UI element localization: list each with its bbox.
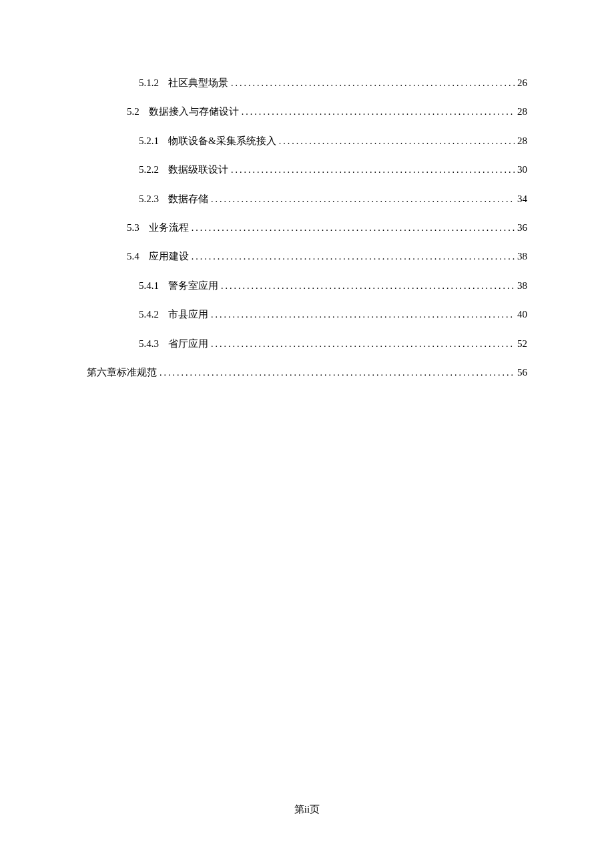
toc-number: 5.2.1	[139, 133, 159, 149]
toc-leader-dots	[231, 76, 515, 91]
toc-number: 5.2.2	[139, 161, 159, 177]
toc-entry: 5.4.2 市县应用 40	[87, 306, 527, 322]
toc-entry: 5.3 业务流程 36	[87, 220, 527, 236]
toc-leader-dots	[211, 192, 515, 207]
toc-page-number: 36	[517, 220, 527, 236]
toc-title: 数据接入与存储设计	[149, 103, 239, 119]
page-number-label: 第ii页	[294, 804, 320, 815]
toc-page-number: 26	[517, 75, 527, 91]
toc-entry: 5.4.3 省厅应用 52	[87, 336, 527, 352]
toc-entry: 5.2.2 数据级联设计 30	[87, 161, 527, 177]
toc-page-number: 40	[517, 306, 527, 322]
toc-number: 5.2.3	[139, 191, 159, 207]
toc-leader-dots	[242, 105, 515, 119]
toc-page-number: 52	[517, 336, 527, 352]
toc-leader-dots	[192, 221, 515, 236]
toc-number: 5.2	[127, 103, 139, 119]
toc-leader-dots	[211, 337, 515, 352]
toc-page-number: 28	[517, 103, 527, 119]
toc-title: 业务流程	[149, 220, 189, 236]
toc-number: 5.3	[127, 220, 139, 236]
page-footer: 第ii页	[0, 803, 614, 816]
toc-page-number: 56	[517, 364, 527, 380]
toc-title: 应用建设	[149, 248, 189, 264]
toc-number: 5.4	[127, 248, 139, 264]
toc-leader-dots	[231, 163, 515, 177]
toc-title: 市县应用	[168, 306, 208, 322]
toc-leader-dots	[160, 366, 515, 380]
toc-page-number: 38	[517, 278, 527, 294]
toc-title: 社区典型场景	[168, 75, 228, 91]
toc-page-number: 34	[517, 191, 527, 207]
toc-leader-dots	[279, 134, 515, 149]
toc-number: 5.1.2	[139, 75, 159, 91]
toc-title: 物联设备&采集系统接入	[168, 133, 276, 149]
toc-title: 数据级联设计	[168, 161, 228, 177]
toc-number: 5.4.3	[139, 336, 159, 352]
toc-entry: 5.2.3 数据存储 34	[87, 191, 527, 207]
toc-entry: 第六章标准规范 56	[87, 364, 527, 380]
toc-number: 5.4.2	[139, 306, 159, 322]
toc-entry: 5.4.1 警务室应用 38	[87, 278, 527, 294]
toc-container: 5.1.2 社区典型场景 26 5.2 数据接入与存储设计 28 5.2.1 物…	[0, 0, 614, 380]
toc-leader-dots	[192, 250, 515, 264]
toc-page-number: 30	[517, 161, 527, 177]
toc-title: 第六章标准规范	[87, 364, 157, 380]
toc-entry: 5.4 应用建设 38	[87, 248, 527, 264]
toc-number: 5.4.1	[139, 278, 159, 294]
toc-entry: 5.2.1 物联设备&采集系统接入 28	[87, 133, 527, 149]
toc-title: 警务室应用	[168, 278, 218, 294]
toc-leader-dots	[221, 279, 515, 294]
toc-entry: 5.2 数据接入与存储设计 28	[87, 103, 527, 119]
toc-title: 数据存储	[168, 191, 208, 207]
toc-title: 省厅应用	[168, 336, 208, 352]
toc-page-number: 38	[517, 248, 527, 264]
toc-page-number: 28	[517, 133, 527, 149]
toc-leader-dots	[211, 308, 515, 322]
toc-entry: 5.1.2 社区典型场景 26	[87, 75, 527, 91]
